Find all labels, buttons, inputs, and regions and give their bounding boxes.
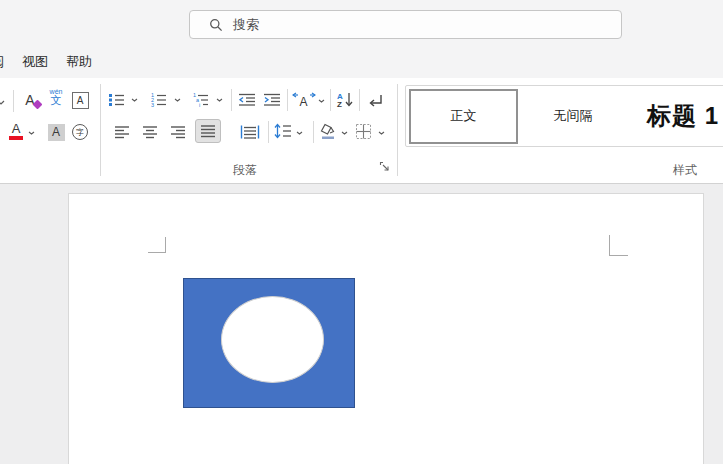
svg-text:A: A <box>300 95 308 108</box>
asian-layout-icon: A <box>292 91 316 108</box>
document-page[interactable] <box>68 193 704 464</box>
margin-mark-left-vertical <box>165 237 166 253</box>
paragraph-dialog-launcher[interactable] <box>379 161 391 173</box>
tab-help[interactable]: 帮助 <box>66 53 92 71</box>
align-right-icon <box>170 125 186 139</box>
character-border-icon: A <box>72 92 89 109</box>
line-spacing-button[interactable] <box>273 121 293 141</box>
clear-formatting-icon: A <box>25 92 34 108</box>
search-icon <box>209 18 223 32</box>
align-center-icon <box>142 125 158 139</box>
enclose-characters-button[interactable]: 字 <box>70 122 90 142</box>
borders-chevron-icon[interactable] <box>377 123 385 143</box>
justify-icon <box>200 124 216 138</box>
align-center-button[interactable] <box>140 122 160 142</box>
show-hide-marks-icon <box>367 92 384 108</box>
numbering-chevron-icon[interactable] <box>173 90 181 110</box>
margin-mark-left-horizontal <box>148 252 166 253</box>
align-left-button[interactable] <box>112 122 132 142</box>
multilevel-chevron-icon[interactable] <box>215 90 223 110</box>
word-window: 搜索 阅 视图 帮助 A wén 文 A A <box>0 0 723 464</box>
line-spacing-chevron-icon[interactable] <box>295 123 303 143</box>
clipped-dropdown-chevron-icon[interactable] <box>0 92 5 112</box>
asian-layout-button[interactable]: A <box>292 89 316 109</box>
paragraph-group-label: 段落 <box>100 162 390 179</box>
font-color-icon: A <box>9 122 23 140</box>
distribute-button[interactable] <box>239 122 261 142</box>
asian-layout-chevron-icon[interactable] <box>317 91 325 111</box>
increase-indent-icon <box>263 92 281 108</box>
style-normal[interactable]: 正文 <box>409 89 518 144</box>
margin-mark-right-horizontal <box>609 255 628 256</box>
styles-group-label: 样式 <box>660 162 710 179</box>
align-left-icon <box>114 125 130 139</box>
style-no-spacing[interactable]: 无间隔 <box>518 89 628 144</box>
phonetic-guide-icon: wén 文 <box>50 88 63 106</box>
clear-formatting-button[interactable]: A <box>20 90 40 110</box>
borders-icon <box>355 123 372 140</box>
line-spacing-icon <box>274 123 292 139</box>
svg-text:i: i <box>199 102 200 108</box>
shading-bucket-icon <box>319 123 337 140</box>
styles-gallery: 正文 无间隔 标题 1 <box>405 85 723 147</box>
document-workspace <box>0 184 723 464</box>
phonetic-guide-button[interactable]: wén 文 <box>46 87 66 107</box>
margin-mark-right-vertical <box>609 235 610 256</box>
bullets-chevron-icon[interactable] <box>130 90 138 110</box>
character-shading-button[interactable]: A <box>46 122 66 142</box>
decrease-indent-button[interactable] <box>237 90 257 110</box>
titlebar: 搜索 <box>0 0 723 45</box>
increase-indent-button[interactable] <box>262 90 282 110</box>
show-hide-marks-button[interactable] <box>365 90 385 110</box>
ribbon-tab-row: 阅 视图 帮助 <box>0 45 723 78</box>
shading-button[interactable] <box>318 121 338 141</box>
bullets-button[interactable] <box>106 90 126 110</box>
style-no-spacing-label: 无间隔 <box>554 107 593 125</box>
decrease-indent-icon <box>238 92 256 108</box>
search-box[interactable]: 搜索 <box>189 10 622 39</box>
sort-button[interactable]: A Z <box>335 89 355 109</box>
font-color-button[interactable]: A <box>6 121 26 141</box>
distribute-icon <box>240 125 260 139</box>
sort-icon: A Z <box>336 91 354 108</box>
style-normal-label: 正文 <box>451 107 477 125</box>
enclose-characters-icon: 字 <box>72 124 88 140</box>
tab-view[interactable]: 视图 <box>22 53 48 71</box>
justify-button[interactable] <box>195 119 221 143</box>
tab-review-clipped[interactable]: 阅 <box>0 53 6 71</box>
multilevel-list-button[interactable]: 1 a i <box>190 90 210 110</box>
svg-text:3: 3 <box>151 102 154 108</box>
ribbon: A wén 文 A A A 字 <box>0 78 723 184</box>
style-heading-1[interactable]: 标题 1 <box>628 89 723 144</box>
blue-rectangle-shape[interactable] <box>183 278 355 408</box>
bullets-icon <box>108 92 125 108</box>
numbering-icon: 1 2 3 <box>150 92 167 108</box>
numbering-button[interactable]: 1 2 3 <box>148 90 168 110</box>
shading-chevron-icon[interactable] <box>340 123 348 143</box>
svg-text:Z: Z <box>337 100 342 108</box>
white-ellipse-shape[interactable] <box>221 296 324 383</box>
search-placeholder: 搜索 <box>233 16 259 34</box>
style-heading-1-label: 标题 1 <box>647 100 719 132</box>
character-shading-icon: A <box>48 124 65 141</box>
tab-review-label: 阅 <box>0 53 4 71</box>
multilevel-list-icon: 1 a i <box>192 92 209 108</box>
font-color-chevron-icon[interactable] <box>27 123 35 143</box>
character-border-button[interactable]: A <box>70 90 90 110</box>
align-right-button[interactable] <box>168 122 188 142</box>
borders-button[interactable] <box>353 121 373 141</box>
